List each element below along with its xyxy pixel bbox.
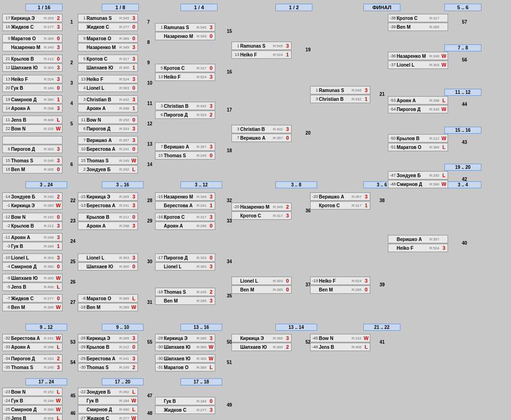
match-num: 23 <box>70 218 75 223</box>
score: 3 <box>207 74 215 80</box>
match-34: -17 Пирогов Д R:333 0 Lionel L R:303 3 <box>155 253 215 271</box>
rating: R:212 <box>44 224 54 228</box>
player-name: Крылов В <box>11 223 44 229</box>
seed: -5 <box>3 284 11 289</box>
player-name: Гук В <box>87 398 119 403</box>
rating: R:303 <box>273 279 283 283</box>
player-row: Жидков С R:277 0 <box>78 23 138 31</box>
player-row: Ароян А R:298 1 <box>78 104 138 112</box>
player-row: -15 Назаренко М R:349 3 <box>155 192 215 201</box>
match-num: 51 <box>227 360 232 365</box>
player-row: 13 Heiko F R:524 3 <box>2 75 62 83</box>
score: 0 <box>207 223 215 229</box>
score: 3 <box>130 97 137 102</box>
score: 2 <box>207 112 215 117</box>
rating: R:265 <box>44 204 54 208</box>
match-num: 4 <box>70 101 73 106</box>
rating: R:265 <box>44 16 54 20</box>
match-num: 8 <box>147 40 150 45</box>
rating: R:432 <box>273 127 283 131</box>
player-name: Кротов С <box>164 66 197 71</box>
player-row: Шапхаев Ю R:300 0 <box>78 262 138 271</box>
player-name: Thomas S <box>164 290 197 295</box>
section-312: 3 .. 12 <box>181 181 222 188</box>
match-num: 2 <box>70 60 73 65</box>
score: 3 <box>130 255 137 260</box>
score: 3 <box>207 335 215 341</box>
score: 3 <box>130 203 137 208</box>
player-name: Jens B <box>319 345 352 350</box>
rating: R:545 <box>119 16 129 20</box>
seed: -1 <box>3 203 11 208</box>
player-row: 9 Маратов О R:389 0 <box>78 34 138 43</box>
player-row: 9 Маратов О R:389 0 <box>2 34 62 43</box>
player-name: Пирогов Д <box>164 255 197 260</box>
player-row: Шапхаев Ю R:300 1 <box>78 63 138 72</box>
player-name: Christian B <box>164 104 197 109</box>
player-row: -29 Крылов В R:212 0 <box>78 343 138 351</box>
section-1724: 17 .. 24 <box>25 378 67 385</box>
score: 3 <box>440 245 448 251</box>
score: 0 <box>55 85 62 91</box>
player-name: Крылов В <box>87 215 119 220</box>
player-name: Смирнов Д <box>11 407 44 412</box>
player-name: Thomas S <box>87 158 119 163</box>
match-52: Киркица Э R:265 3 Шапхаев Ю R:300 2 <box>231 334 292 352</box>
match-22: -14 Зондуев Б R:292 2 -1 Киркица Э R:265… <box>2 192 62 210</box>
score: 3 <box>362 278 370 284</box>
score: W <box>55 407 62 412</box>
rating: R:212 <box>430 136 439 141</box>
section-1920: 19 .. 20 <box>444 164 481 171</box>
seed: -48 <box>388 182 397 186</box>
seed: 17 <box>3 16 11 20</box>
player-row: -14 Зондуев Б R:292 2 <box>2 192 62 201</box>
rating: R:300 <box>119 66 129 70</box>
score: L <box>130 167 137 172</box>
player-row: Lionel L R:303 3 <box>78 253 138 262</box>
rating: R:245 <box>44 159 54 163</box>
match-num: 48 <box>147 411 152 416</box>
player-name: Ben M <box>397 25 430 30</box>
rating: R:184 <box>44 399 54 403</box>
score: 3 <box>130 15 137 21</box>
rating: R:241 <box>119 147 129 151</box>
seed: 19 <box>3 97 11 102</box>
rating: R:317 <box>430 16 439 20</box>
score: W <box>55 275 62 281</box>
seed: -15 <box>78 194 87 199</box>
seed: 1 <box>311 88 319 93</box>
player-name: Lionel L <box>397 62 430 68</box>
score: L <box>440 98 448 103</box>
seed: 1 <box>156 25 164 30</box>
match-56: -36 Назаренко М R:349 W -37 Lionel L R:3… <box>388 52 448 69</box>
score: 3 <box>130 356 137 361</box>
rating: R:349 <box>273 205 283 209</box>
player-row: Назаренко М R:349 3 <box>2 43 62 51</box>
match-piro: 6 Пирогов Д R:333 3 <box>2 136 62 154</box>
seed: 13 <box>78 77 87 81</box>
rating: R:524 <box>430 246 439 250</box>
player-row: 18 Ben M R:285 0 <box>2 165 62 173</box>
score: 2 <box>55 356 62 361</box>
player-name: Киркица Э <box>87 194 119 199</box>
match-23: -12 Bow N R:152 0 -2 Крылов В R:212 3 <box>2 213 62 230</box>
player-row: 3 Christian B R:432 3 <box>155 102 215 110</box>
rating: R:212 <box>44 57 54 61</box>
player-name: Кротов С <box>319 203 352 208</box>
score: 0 <box>130 24 137 30</box>
seed: -19 <box>311 278 319 283</box>
player-row: 1 Ramunas S R:545 3 <box>78 14 138 22</box>
match-num: 9 <box>147 60 150 65</box>
round-header-14: 1 / 4 <box>181 4 218 11</box>
player-row: -13 Берестова А R:241 3 <box>78 201 138 210</box>
section-910: 9 .. 10 <box>102 324 143 331</box>
player-name: Bow N <box>11 389 44 395</box>
seed: -20 <box>232 204 240 209</box>
rating: R:241 <box>44 336 54 340</box>
match-21: 1 Ramunas S R:545 3 3 Christian B R:432 … <box>310 86 370 104</box>
match-num: 18 <box>227 148 232 153</box>
rating: R:545 <box>197 25 206 30</box>
rating: R:300 <box>44 66 54 70</box>
score: W <box>130 304 137 310</box>
rating: R:245 <box>119 159 129 163</box>
